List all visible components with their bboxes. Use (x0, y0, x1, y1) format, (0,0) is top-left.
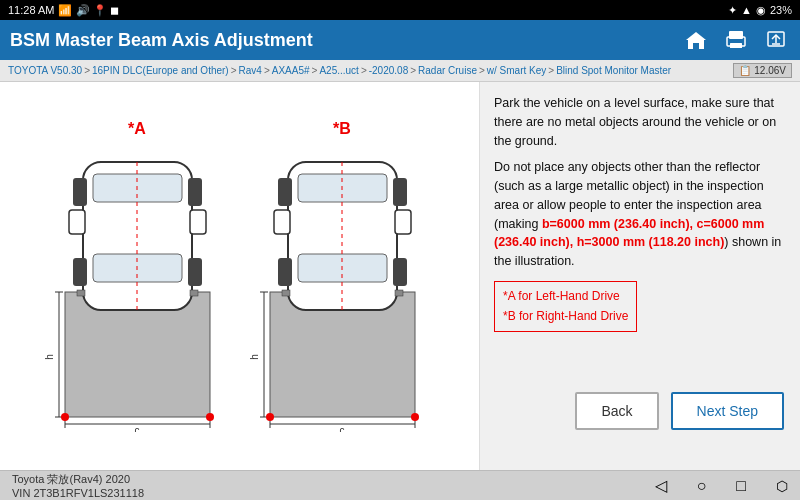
next-step-button[interactable]: Next Step (671, 392, 784, 430)
header: BSM Master Beam Axis Adjustment (0, 20, 800, 60)
export-icon[interactable] (762, 26, 790, 54)
svg-rect-28 (77, 290, 85, 296)
bottom-bar: Toyota 荣放(Rav4) 2020 VIN 2T3B1RFV1LS2311… (0, 470, 800, 500)
breadcrumb-item[interactable]: Blind Spot Monitor Master (556, 65, 671, 76)
diagram-a: *A h c (45, 120, 230, 432)
status-left: 11:28 AM 📶 🔊 📍 ◼ (8, 4, 119, 17)
nav-cast-icon[interactable]: ⬡ (776, 478, 788, 494)
home-icon[interactable] (682, 26, 710, 54)
svg-rect-23 (73, 178, 87, 206)
content-main: *A h c (0, 82, 800, 470)
illustration-panel: *A h c (0, 82, 480, 470)
vehicle-info: Toyota 荣放(Rav4) 2020 VIN 2T3B1RFV1LS2311… (12, 472, 144, 499)
svg-rect-22 (190, 210, 206, 234)
legend-box: *A for Left-Hand Drive *B for Right-Hand… (494, 281, 637, 332)
breadcrumb-item[interactable]: -2020.08 (369, 65, 408, 76)
svg-point-3 (740, 40, 742, 42)
svg-text:h: h (250, 354, 260, 360)
back-button[interactable]: Back (575, 392, 658, 430)
battery-display: 23% (770, 4, 792, 16)
svg-rect-2 (730, 43, 742, 48)
page-title: BSM Master Beam Axis Adjustment (10, 30, 313, 51)
svg-text:h: h (45, 354, 55, 360)
text-panel: Park the vehicle on a level surface, mak… (480, 82, 800, 470)
breadcrumb: TOYOTA V50.30 > 16PIN DLC(Europe and Oth… (0, 60, 800, 82)
svg-rect-24 (188, 178, 202, 206)
svg-rect-44 (274, 210, 290, 234)
status-right: ✦ ▲ ◉ 23% (728, 4, 792, 17)
breadcrumb-item[interactable]: TOYOTA V50.30 (8, 65, 82, 76)
svg-text:c: c (339, 425, 344, 432)
svg-rect-48 (278, 258, 292, 286)
diagram-b: *B h c (250, 120, 435, 432)
print-icon[interactable] (722, 26, 750, 54)
svg-point-40 (411, 413, 419, 421)
location-icon: ◉ (756, 4, 766, 17)
system-navbar: ◁ ○ □ ⬡ (655, 476, 788, 495)
svg-rect-0 (729, 31, 743, 39)
svg-rect-21 (69, 210, 85, 234)
nav-back-icon[interactable]: ◁ (655, 476, 667, 495)
breadcrumb-item[interactable]: w/ Smart Key (487, 65, 546, 76)
svg-rect-49 (393, 258, 407, 286)
version-icon: 📋 (739, 65, 751, 76)
status-bar: 11:28 AM 📶 🔊 📍 ◼ ✦ ▲ ◉ 23% (0, 0, 800, 20)
instruction-paragraph-1: Park the vehicle on a level surface, mak… (494, 94, 786, 150)
svg-rect-46 (278, 178, 292, 206)
vehicle-vin: VIN 2T3B1RFV1LS231118 (12, 487, 144, 499)
svg-rect-25 (73, 258, 87, 286)
diagram-b-svg: h c (250, 142, 435, 432)
svg-rect-51 (282, 290, 290, 296)
legend-a: *A for Left-Hand Drive (503, 286, 628, 306)
vehicle-name: Toyota 荣放(Rav4) 2020 (12, 472, 144, 487)
svg-rect-52 (395, 290, 403, 296)
breadcrumb-item[interactable]: 16PIN DLC(Europe and Other) (92, 65, 229, 76)
svg-point-16 (61, 413, 69, 421)
legend-b: *B for Right-Hand Drive (503, 306, 628, 326)
svg-point-39 (266, 413, 274, 421)
time-display: 11:28 AM (8, 4, 54, 16)
svg-text:c: c (134, 425, 139, 432)
wifi-icon: ▲ (741, 4, 752, 16)
content-wrapper: *A h c (0, 82, 800, 500)
version-text: 12.06V (754, 65, 786, 76)
breadcrumb-item[interactable]: AXAA5# (272, 65, 310, 76)
diagram-a-svg: h c (45, 142, 230, 432)
nav-home-icon[interactable]: ○ (697, 477, 707, 495)
svg-rect-29 (190, 290, 198, 296)
bluetooth-icon: ✦ (728, 4, 737, 17)
signal-icons: 📶 🔊 📍 ◼ (58, 4, 118, 17)
version-badge: 📋 12.06V (733, 63, 792, 78)
breadcrumb-item[interactable]: A25...uct (319, 65, 358, 76)
instruction-paragraph-2: Do not place any objects other than the … (494, 158, 786, 271)
svg-point-17 (206, 413, 214, 421)
header-actions (682, 26, 790, 54)
svg-rect-47 (393, 178, 407, 206)
nav-recents-icon[interactable]: □ (736, 477, 746, 495)
diagram-a-label: *A (128, 120, 146, 138)
diagram-b-label: *B (333, 120, 351, 138)
breadcrumb-item[interactable]: Rav4 (239, 65, 262, 76)
action-buttons: Back Next Step (575, 392, 784, 430)
svg-rect-45 (395, 210, 411, 234)
breadcrumb-item[interactable]: Radar Cruise (418, 65, 477, 76)
svg-rect-26 (188, 258, 202, 286)
